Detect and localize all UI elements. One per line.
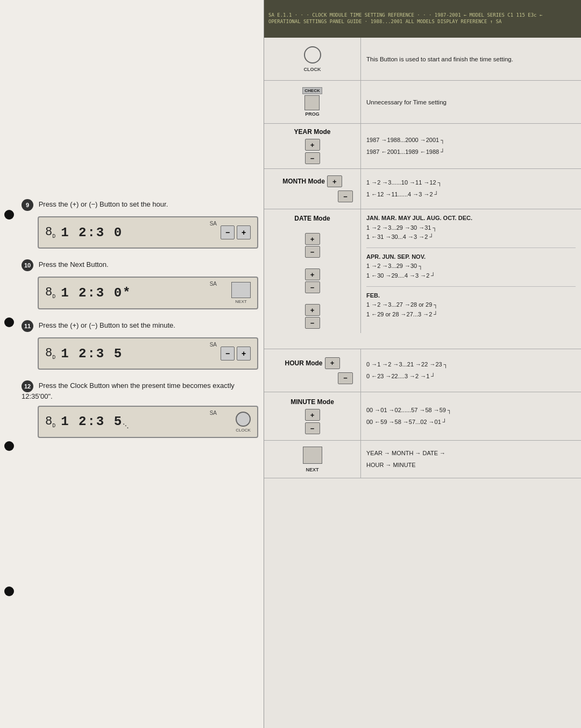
minute-minus-arrow: 00 ←59 →58 →57...02 →01 ┘	[366, 418, 576, 427]
date-feb-minus: 1 ←29 or 28 →27...3 →2 ┘	[366, 310, 576, 320]
header-text: SA E.1.1 · · · CLOCK MODULE TIME SETTING…	[268, 12, 577, 25]
display-box-11: SA 8D 1 2:3 5 − +	[38, 337, 258, 370]
step-12-text: Press the Clock Button when the present …	[22, 381, 235, 400]
display-day-9: 8D	[45, 225, 55, 239]
clock-circle-icon[interactable]	[304, 46, 321, 63]
display-time-11: 1 2:3 5	[61, 347, 123, 361]
date-jan-section: JAN. MAR. MAY JUL. AUG. OCT. DEC. 1 →2 →…	[366, 214, 576, 242]
minute-mode-label: MINUTE Mode	[290, 398, 334, 406]
hour-plus-button[interactable]: +	[325, 357, 340, 369]
month-plus-arrow: 1 →2 →3......10 →11 →12 ┐	[366, 178, 576, 188]
display-content-10: 8D 1 2:3 0*	[45, 286, 131, 300]
year-mode-label: YEAR Mode	[294, 128, 330, 136]
minute-row: MINUTE Mode + − 00 →01 →02......57 →58 →…	[264, 392, 581, 441]
date-jan-plus: 1 →2 →3...29 →30 →31 ┐	[366, 223, 576, 233]
next-button-right[interactable]	[303, 447, 322, 464]
next-row-content: YEAR → MONTH → DATE → HOUR → MINUTE	[361, 441, 581, 478]
minute-minus-button[interactable]: −	[305, 422, 320, 434]
month-row-label: MONTH Mode + −	[264, 169, 361, 209]
date-apr-section: APR. JUN. SEP. NOV. 1 →2 →3...29 →30 ┐ 1…	[366, 248, 576, 281]
edge-dot-3	[4, 441, 14, 451]
step-number-10: 10	[22, 259, 33, 271]
year-row-label: YEAR Mode + −	[264, 124, 361, 168]
step-10: 10 Press the Next Button. SA 8D 1 2:3 0*…	[22, 259, 258, 309]
step-11-text: Press the (+) or (−) Button to set the m…	[39, 321, 175, 329]
hour-minus-button[interactable]: −	[338, 372, 353, 384]
year-minus-arrow: 1987 ←2001...1989 ←1988 ┘	[366, 147, 576, 157]
clock-description-text: This Button is used to start and finish …	[366, 56, 576, 62]
clock-row: CLOCK This Button is used to start and f…	[264, 38, 581, 81]
minute-row-content: 00 →01 →02......57 →58 →59 ┐ 00 ←59 →58 …	[361, 392, 581, 440]
hour-row: HOUR Mode + − 0 →1 →2 →3...21 →22 →23 ┐ …	[264, 349, 581, 392]
display-box-9: SA 8D 1 2:3 0 − +	[38, 216, 258, 249]
minus-button-9[interactable]: −	[221, 225, 235, 239]
date-feb-section: FEB. 1 →2 →3...27 →28 or 29 ┐ 1 ←29 or 2…	[366, 286, 576, 320]
display-content-11: 8D 1 2:3 5	[45, 347, 123, 361]
date-apr-plus: 1 →2 →3...29 →30 ┐	[366, 261, 576, 271]
prog-row: CHECK PROG Unnecessary for Time setting	[264, 81, 581, 124]
next-button-10[interactable]	[231, 282, 251, 298]
next-btn-container: NEXT	[231, 282, 251, 304]
display-buttons-11: − +	[221, 347, 251, 361]
sa-label-12: SA	[210, 410, 217, 416]
month-plus-button[interactable]: +	[327, 175, 342, 187]
left-panel: 9 Press the (+) or (−) Button to set the…	[0, 0, 264, 728]
minute-plus-button[interactable]: +	[305, 409, 320, 421]
next-sequence-2: HOUR → MINUTE	[366, 461, 576, 470]
prog-row-description: Unnecessary for Time setting	[361, 81, 581, 123]
step-12: 12 Press the Clock Button when the prese…	[22, 380, 258, 438]
display-day-12: 8D	[45, 415, 55, 429]
date-row-label: DATE Mode + − + − + −	[264, 209, 361, 333]
date-feb-plus: 1 →2 →3...27 →28 or 29 ┐	[366, 300, 576, 310]
display-time-9: 1 2:3 0	[61, 225, 123, 240]
month-mode-label: MONTH Mode	[282, 178, 325, 185]
date-plus-2[interactable]: +	[305, 268, 320, 280]
date-minus-1[interactable]: −	[305, 246, 320, 258]
date-mode-label: DATE Mode	[294, 215, 330, 222]
display-time-12: 1 2:3 5⋱	[61, 414, 130, 430]
sa-label-10: SA	[210, 281, 217, 287]
year-row: YEAR Mode + − 1987 →1988...2000 →2001 ┐ …	[264, 124, 581, 169]
display-day-10: 8D	[45, 286, 55, 300]
clock-row-label: CLOCK	[264, 38, 361, 80]
hour-plus-arrow: 0 →1 →2 →3...21 →22 →23 ┐	[366, 360, 576, 370]
hour-mode-label: HOUR Mode	[285, 359, 323, 367]
date-minus-3[interactable]: −	[305, 317, 320, 329]
clock-button-12[interactable]	[236, 412, 251, 427]
month-row: MONTH Mode + − 1 →2 →3......10 →11 →12 ┐…	[264, 169, 581, 209]
next-sequence-1: YEAR → MONTH → DATE →	[366, 449, 576, 458]
clock-row-description: This Button is used to start and finish …	[361, 38, 581, 80]
step-number-11: 11	[22, 320, 33, 332]
right-panel: SA E.1.1 · · · CLOCK MODULE TIME SETTING…	[264, 0, 581, 728]
prog-text: PROG	[305, 111, 320, 117]
date-feb-month: FEB.	[366, 291, 576, 301]
display-box-12: SA 8D 1 2:3 5⋱ CLOCK	[38, 406, 258, 438]
minute-plus-arrow: 00 →01 →02......57 →58 →59 ┐	[366, 406, 576, 415]
clock-label-12: CLOCK	[236, 428, 251, 433]
prog-button[interactable]	[304, 95, 320, 110]
month-minus-button[interactable]: −	[338, 190, 353, 202]
next-label-10: NEXT	[235, 299, 246, 304]
plus-button-11[interactable]: +	[237, 347, 251, 361]
sa-label-11: SA	[210, 342, 217, 348]
step-number-12: 12	[22, 380, 33, 392]
year-row-content: 1987 →1988...2000 →2001 ┐ 1987 ←2001...1…	[361, 124, 581, 168]
display-buttons-9: − +	[221, 225, 251, 239]
plus-button-9[interactable]: +	[237, 225, 251, 239]
prog-description-text: Unnecessary for Time setting	[366, 99, 576, 105]
step-number-9: 9	[22, 199, 33, 211]
date-plus-1[interactable]: +	[305, 233, 320, 245]
date-plus-3[interactable]: +	[305, 304, 320, 316]
display-day-11: 8D	[45, 347, 55, 361]
month-row-content: 1 →2 →3......10 →11 →12 ┐ 1 ←12 →11.....…	[361, 169, 581, 209]
display-content-9: 8D 1 2:3 0	[45, 225, 123, 240]
edge-dot-2	[4, 317, 14, 327]
edge-dot-1	[4, 210, 14, 220]
date-jan-minus: 1 ←31 →30...4 →3 →2 ┘	[366, 232, 576, 242]
year-plus-button[interactable]: +	[305, 139, 320, 151]
date-minus-2[interactable]: −	[305, 281, 320, 293]
date-apr-minus: 1 ←30 →29....4 →3 →2 ┘	[366, 271, 576, 281]
year-minus-button[interactable]: −	[305, 152, 320, 164]
prog-row-label: CHECK PROG	[264, 81, 361, 123]
minus-button-11[interactable]: −	[221, 347, 235, 361]
